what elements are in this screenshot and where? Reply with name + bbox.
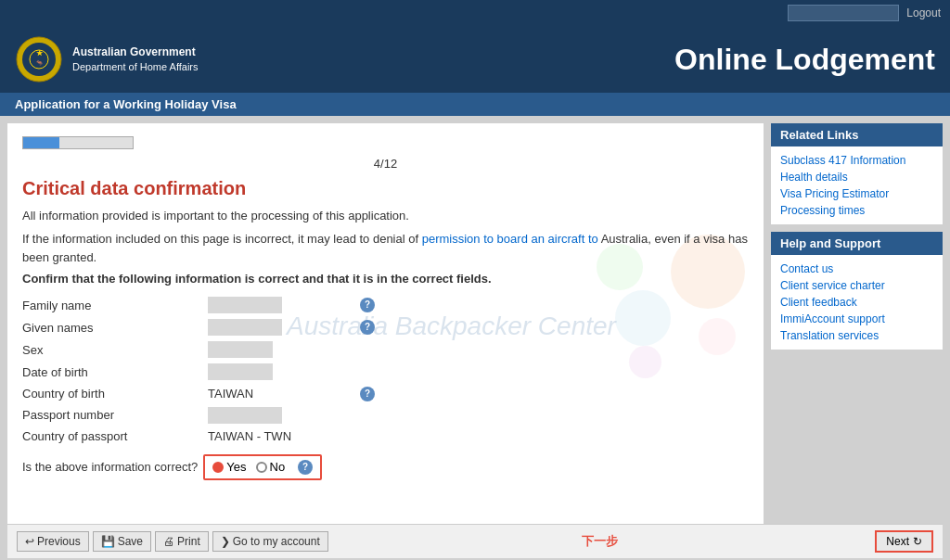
radio-question: Is the above information correct? — [22, 460, 198, 474]
sex-input[interactable] — [208, 341, 273, 358]
radio-no-dot — [256, 462, 267, 473]
sidebar: Related Links Subclass 417 Information H… — [771, 123, 943, 524]
dob-input[interactable] — [208, 363, 273, 380]
cob-value: TAIWAN — [208, 387, 253, 401]
field-label-passport: Passport number — [22, 407, 208, 424]
page-title: Application for a Working Holiday Visa — [15, 97, 237, 111]
site-title: Online Lodgement — [674, 43, 935, 77]
help-sex-empty — [356, 341, 375, 358]
related-link-2[interactable]: Visa Pricing Estimator — [780, 187, 933, 200]
help-dob-empty — [356, 363, 375, 380]
top-bar: Logout — [0, 0, 950, 26]
save-icon: 💾 — [101, 535, 115, 548]
help-radio[interactable]: ? — [298, 460, 313, 475]
help-cob[interactable]: ? — [356, 386, 375, 401]
print-button[interactable]: 🖨 Print — [155, 531, 209, 552]
progress-bar-fill — [23, 137, 59, 148]
field-value-cop: TAIWAN - TWN — [208, 429, 356, 443]
related-links-section: Related Links Subclass 417 Information H… — [771, 123, 943, 224]
related-links-list: Subclass 417 Information Health details … — [771, 146, 943, 224]
help-link-0[interactable]: Contact us — [780, 262, 933, 275]
account-button[interactable]: ❯ Go to my account — [212, 531, 328, 552]
section-title: Critical data confirmation — [22, 178, 749, 199]
previous-label: Previous — [37, 535, 81, 548]
next-icon: ↻ — [913, 535, 922, 548]
help-cop-empty — [356, 429, 375, 443]
help-family[interactable]: ? — [356, 297, 375, 313]
field-value-family — [208, 297, 356, 313]
radio-section: Is the above information correct? Yes No… — [22, 454, 749, 480]
field-label-sex: Sex — [22, 341, 208, 358]
logout-link[interactable]: Logout — [906, 6, 941, 19]
radio-yes-item[interactable]: Yes — [212, 460, 246, 474]
field-label-cop: Country of passport — [22, 429, 208, 443]
radio-no-label: No — [270, 460, 286, 474]
cop-value: TAIWAN - TWN — [208, 429, 291, 443]
print-icon: 🖨 — [163, 535, 174, 548]
info-text-2: If the information included on this page… — [22, 230, 749, 266]
progress-bar-track — [22, 136, 134, 149]
sub-header: Application for a Working Holiday Visa — [0, 93, 950, 116]
radio-yes-dot — [212, 462, 224, 473]
field-label-dob: Date of birth — [22, 363, 208, 380]
account-icon: ❯ — [221, 535, 230, 548]
field-label-family: Family name — [22, 297, 208, 313]
radio-no-item[interactable]: No — [256, 460, 286, 474]
field-label-cob: Country of birth — [22, 386, 208, 401]
progress-bar-container — [22, 134, 749, 149]
logo-text: Australian Government Department of Home… — [72, 45, 199, 74]
radio-yes-label: Yes — [226, 460, 246, 474]
action-bar: ↩ Previous 💾 Save 🖨 Print ❯ Go to my acc… — [7, 524, 943, 558]
related-link-3[interactable]: Processing times — [780, 204, 933, 217]
field-value-passport — [208, 407, 356, 424]
help-passport-empty — [356, 407, 375, 424]
save-button[interactable]: 💾 Save — [93, 531, 151, 552]
help-header: Help and Support — [771, 232, 943, 255]
help-link-3[interactable]: ImmiAccount support — [780, 312, 933, 325]
help-section: Help and Support Contact us Client servi… — [771, 232, 943, 350]
radio-group: Yes No ? — [203, 454, 322, 480]
crest-icon: ★ 🦘 — [15, 35, 63, 83]
progress-step: 4/12 — [22, 157, 749, 171]
help-link-2[interactable]: Client feedback — [780, 296, 933, 309]
previous-icon: ↩ — [25, 535, 34, 548]
related-link-0[interactable]: Subclass 417 Information — [780, 154, 933, 167]
info-text-1: All information provided is important to… — [22, 207, 749, 225]
content-inner: 4/12 Critical data confirmation All info… — [22, 134, 749, 480]
confirm-text: Confirm that the following information i… — [22, 272, 749, 286]
next-hint: 下一步 — [582, 533, 618, 550]
related-link-1[interactable]: Health details — [780, 171, 933, 184]
print-label: Print — [177, 535, 200, 548]
logo-line2: Department of Home Affairs — [72, 60, 199, 74]
help-link-4[interactable]: Translation services — [780, 329, 933, 342]
logo-line1: Australian Government — [72, 45, 199, 60]
field-value-given — [208, 319, 356, 336]
related-links-header: Related Links — [771, 123, 943, 146]
svg-text:🦘: 🦘 — [36, 59, 44, 67]
header: ★ 🦘 Australian Government Department of … — [0, 26, 950, 93]
help-given[interactable]: ? — [356, 319, 375, 336]
aircraft-link[interactable]: permission to board an aircraft to — [422, 232, 598, 246]
field-label-given: Given names — [22, 319, 208, 336]
svg-point-1 — [22, 43, 56, 76]
next-button[interactable]: Next ↻ — [875, 530, 933, 553]
field-value-sex — [208, 341, 356, 358]
account-label: Go to my account — [233, 535, 320, 548]
help-links-list: Contact us Client service charter Client… — [771, 255, 943, 350]
given-names-input[interactable] — [208, 319, 282, 336]
passport-input[interactable] — [208, 407, 282, 424]
form-grid: Family name ? Given names ? Sex Da — [22, 297, 749, 443]
previous-button[interactable]: ↩ Previous — [17, 531, 89, 552]
content-area: 4/12 Critical data confirmation All info… — [7, 123, 764, 524]
help-link-1[interactable]: Client service charter — [780, 279, 933, 292]
main-layout: 4/12 Critical data confirmation All info… — [0, 116, 950, 524]
field-value-cob: TAIWAN — [208, 386, 356, 401]
next-label: Next — [886, 535, 909, 548]
logo-area: ★ 🦘 Australian Government Department of … — [15, 35, 199, 83]
save-label: Save — [118, 535, 143, 548]
field-value-dob — [208, 363, 356, 380]
family-name-input[interactable] — [208, 297, 282, 313]
search-input[interactable] — [788, 5, 899, 21]
